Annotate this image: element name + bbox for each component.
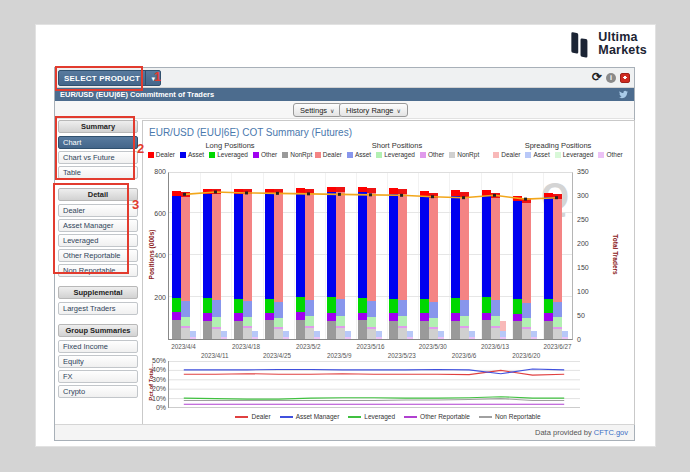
legend-swatch [376,152,382,158]
pct-legend-label: Non Reportable [495,413,541,420]
pct-legend-item-asset-manager: Asset Manager [280,413,340,420]
sidebar-item-fixed-income[interactable]: Fixed Income [58,340,138,353]
select-product-label: SELECT PRODUCT [59,74,145,83]
settings-button[interactable]: Settings∨ [293,103,342,117]
sidebar-item-non-reportable[interactable]: Non Reportable [58,264,138,277]
record-icon[interactable] [620,73,630,83]
legend-group-spreading-positions: Spreading PositionsDealerAssetLeveragedO… [488,141,628,158]
legend-label: Other [261,151,277,158]
sidebar-item-largest-traders[interactable]: Largest Traders [58,302,138,315]
sidebar-item-chart-vs-future[interactable]: Chart vs Future [58,151,138,164]
y-tick-right: 150 [577,264,589,271]
sidebar-item-crypto[interactable]: Crypto [58,385,138,398]
chevron-down-icon: ∨ [330,107,334,114]
select-product-button[interactable]: SELECT PRODUCT ▾ [58,70,161,86]
x-tick-label: 2023/4/18 [218,343,274,350]
sidebar-section-header-detail[interactable]: Detail [58,188,138,201]
refresh-icon[interactable]: ⟳ [592,72,602,83]
x-tick-label: 2023/5/30 [405,343,461,350]
legend-item-short-positions-leveraged: Leveraged [376,151,415,158]
legend-label: Leveraged [384,151,415,158]
pct-legend-swatch [404,416,417,418]
x-tick-label: 2023/5/23 [374,352,430,359]
pct-plot-area [168,361,580,408]
sidebar-section-header-summary[interactable]: Summary [58,120,138,133]
sidebar-item-dealer[interactable]: Dealer [58,204,138,217]
legend-label: Asset [533,151,549,158]
legend-label: Other [606,151,622,158]
sidebar-section-header-supplemental[interactable]: Supplemental [58,286,138,299]
legend-swatch [180,152,186,158]
legend-item-short-positions-other: Other [420,151,444,158]
cot-widget-window: SELECT PRODUCT ▾ ⟳ i EUR/USD (EUU|6E) Co… [54,67,635,441]
legend-item-spreading-positions-dealer: Dealer [493,151,520,158]
sidebar-item-table[interactable]: Table [58,166,138,179]
footer-text: Data provided by [535,428,592,437]
x-tick-label: 2023/4/25 [249,352,305,359]
legend-item-spreading-positions-other: Other [598,151,622,158]
legend-item-long-positions-nonrpt: NonRpt [282,151,312,158]
pct-legend-label: Asset Manager [296,413,340,420]
twitter-icon[interactable] [618,90,629,99]
x-tick-label: 2023/5/16 [343,343,399,350]
history-range-button[interactable]: History Range∨ [339,103,408,117]
pct-legend-label: Leveraged [364,413,395,420]
pct-legend-label: Dealer [251,413,270,420]
legend-swatch [525,152,531,158]
legend-label: NonRpt [457,151,479,158]
legend-item-long-positions-other: Other [253,151,277,158]
pct-tick: 30% [145,376,166,383]
product-select-row: SELECT PRODUCT ▾ ⟳ i [55,68,634,88]
legend-label: Leveraged [217,151,248,158]
legend-swatch [449,152,455,158]
sidebar-item-asset-manager[interactable]: Asset Manager [58,219,138,232]
sidebar-item-other-reportable[interactable]: Other Reportable [58,249,138,262]
history-range-label: History Range [346,106,394,115]
x-axis-labels: 2023/4/42023/4/112023/4/182023/4/252023/… [168,342,573,361]
legend-item-short-positions-nonrpt: NonRpt [449,151,479,158]
pct-legend-item-leveraged: Leveraged [348,413,395,420]
y-tick-right: 100 [577,288,589,295]
sidebar-item-chart[interactable]: Chart [58,136,138,149]
chart-panel: EUR/USD (EUU|6E) COT Summary (Futures) L… [142,120,635,425]
y-tick-left: 800 [145,168,166,175]
chart-toolbar: Settings∨ History Range∨ [55,101,634,119]
sidebar-item-equity[interactable]: Equity [58,355,138,368]
x-tick-label: 2023/6/20 [498,352,554,359]
ultima-markets-logo-icon [566,29,592,59]
info-icon[interactable]: i [606,73,616,83]
pct-legend-label: Other Reportable [420,413,470,420]
x-tick-label: 2023/5/2 [280,343,336,350]
sidebar-section-header-group-summaries[interactable]: Group Summaries [58,324,138,337]
pct-tick: 0% [145,404,166,411]
sidebar-item-fx[interactable]: FX [58,370,138,383]
legend-label: Other [428,151,444,158]
pct-tick: 40% [145,366,166,373]
sidebar-item-leveraged[interactable]: Leveraged [58,234,138,247]
x-tick-label: 2023/5/9 [311,352,367,359]
desktop-background: Ultima Markets SELECT PRODUCT ▾ ⟳ i EUR/… [0,0,690,472]
pct-legend-swatch [280,416,293,418]
x-tick-label: 2023/6/27 [529,343,585,350]
legend-swatch [282,152,288,158]
pct-legend-item-non-reportable: Non Reportable [479,413,541,420]
y-tick-right: 250 [577,216,589,223]
legend-swatch [148,152,154,158]
cftc-link[interactable]: CFTC.gov [594,428,628,437]
y-tick-right: 50 [577,312,585,319]
pct-tick: 20% [145,385,166,392]
legend-items: DealerAssetLeveragedOtherNonRpt [151,151,309,158]
pct-legend-swatch [348,416,361,418]
brand-name: Ultima Markets [598,31,647,57]
legend-swatch [253,152,259,158]
brand-line2: Markets [598,44,647,57]
pct-tick: 50% [145,357,166,364]
legend-label: Dealer [501,151,520,158]
legend-swatch [598,152,604,158]
y-tick-right: 200 [577,240,589,247]
window-title-bar: EUR/USD (EUU|6E) Commitment of Traders [55,88,634,101]
legend-group-short-positions: Short PositionsDealerAssetLeveragedOther… [321,141,473,158]
y-tick-left: 200 [145,294,166,301]
legend-items: DealerAssetLeveragedOtherNonRpt [321,151,473,158]
x-tick-label: 2023/6/13 [467,343,523,350]
